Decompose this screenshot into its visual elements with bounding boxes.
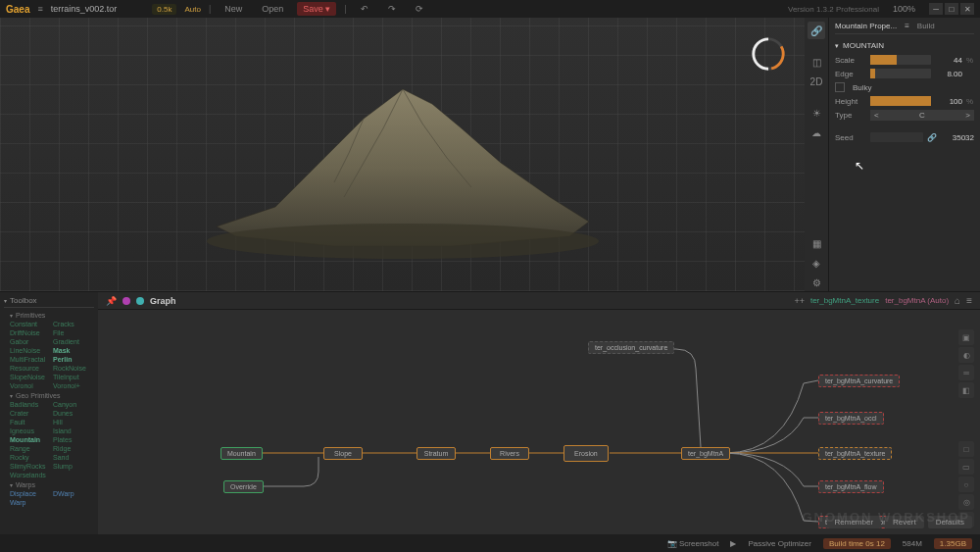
close-button[interactable]: ✕ xyxy=(960,3,974,15)
maximize-button[interactable]: □ xyxy=(945,3,958,15)
file-tab[interactable]: terrains_v002.tor xyxy=(51,4,118,14)
toolbox-item[interactable]: Ridge xyxy=(53,444,94,453)
menu-icon[interactable]: ≡ xyxy=(966,295,972,306)
graph-canvas[interactable]: Mountain Override Slope Stratum Rivers E… xyxy=(98,310,980,534)
zoom-label[interactable]: 100% xyxy=(887,2,921,16)
gs-btn-7[interactable]: ○ xyxy=(958,477,974,492)
toolbox-item[interactable]: Range xyxy=(10,444,51,453)
toolbox-item[interactable]: Igneous xyxy=(10,427,51,435)
save-button[interactable]: Save ▾ xyxy=(297,2,336,16)
toolbox-item[interactable]: Island xyxy=(53,427,94,435)
gs-btn-5[interactable]: □ xyxy=(958,441,974,457)
toolbox-item[interactable]: MultiFractal xyxy=(10,355,51,364)
toolbox-item[interactable]: Dunes xyxy=(53,409,94,418)
minimize-button[interactable]: ─ xyxy=(929,3,943,15)
node-stratum[interactable]: Stratum xyxy=(416,447,456,460)
hamburger-icon[interactable]: ≡ xyxy=(37,4,42,14)
refresh-icon[interactable]: ⟳ xyxy=(410,2,429,16)
toolbox-title[interactable]: Toolbox xyxy=(4,296,94,308)
toolbox-item[interactable]: Gradient xyxy=(53,337,94,346)
node-out2[interactable]: ter_bgMtnA_occl xyxy=(818,412,884,425)
graph-color-dot2[interactable] xyxy=(136,297,144,305)
toolbox-item[interactable]: Canyon xyxy=(53,400,94,409)
gs-btn-8[interactable]: ◎ xyxy=(958,494,974,510)
category-geo[interactable]: Geo Primitives xyxy=(4,390,94,400)
toolbox-item[interactable]: RockNoise xyxy=(53,364,94,373)
graph-color-dot[interactable] xyxy=(122,297,130,305)
toolbox-item[interactable]: Badlands xyxy=(10,400,51,409)
grid-icon[interactable]: ▦ xyxy=(808,234,825,252)
new-button[interactable]: New xyxy=(219,2,248,16)
toolbox-item[interactable]: DriftNoise xyxy=(10,328,51,337)
gs-btn-4[interactable]: ◧ xyxy=(958,382,974,398)
seed-link-icon[interactable]: 🔗 xyxy=(927,133,937,142)
cloud-icon[interactable]: ☁ xyxy=(808,124,825,141)
open-button[interactable]: Open xyxy=(256,2,289,16)
toolbox-item[interactable]: Sand xyxy=(53,453,94,462)
toolbox-item[interactable]: Hill xyxy=(53,418,94,427)
toolbox-item[interactable]: Mask xyxy=(53,346,94,355)
breadcrumb-2[interactable]: ter_bgMtnA (Auto) xyxy=(885,296,949,305)
toolbox-item[interactable]: TileInput xyxy=(53,373,94,381)
category-warps[interactable]: Warps xyxy=(4,479,94,489)
seed-slider[interactable] xyxy=(870,132,923,142)
tab-build[interactable]: Build xyxy=(917,22,935,30)
node-override[interactable]: Override xyxy=(223,480,264,493)
list-icon[interactable]: ≡ xyxy=(905,22,909,30)
gs-btn-2[interactable]: ◐ xyxy=(958,347,974,363)
props-section-header[interactable]: MOUNTAIN xyxy=(835,38,974,53)
toolbox-item[interactable]: LineNoise xyxy=(10,346,51,355)
toolbox-item[interactable]: File xyxy=(53,328,94,337)
node-mountain[interactable]: Mountain xyxy=(220,447,263,460)
undo-icon[interactable]: ↶ xyxy=(355,2,374,16)
scale-slider[interactable] xyxy=(870,55,931,65)
node-out3[interactable]: ter_bgMtnA_texture xyxy=(818,447,892,460)
ruler-icon[interactable]: ◈ xyxy=(808,254,825,272)
gs-btn-1[interactable]: ▣ xyxy=(958,329,974,345)
screenshot-button[interactable]: 📷 Screenshot xyxy=(663,538,723,549)
play-icon[interactable]: ▶ xyxy=(730,539,736,548)
sun-icon[interactable]: ☀ xyxy=(808,104,825,122)
toolbox-item[interactable]: DWarp xyxy=(53,489,94,498)
toolbox-item[interactable]: Cracks xyxy=(53,320,94,328)
toolbox-item[interactable]: Perlin xyxy=(53,355,94,364)
pin-icon[interactable]: 📌 xyxy=(106,296,117,306)
toolbox-item[interactable]: Plates xyxy=(53,435,94,444)
node-slope[interactable]: Slope xyxy=(323,447,363,460)
node-out4[interactable]: ter_bgMtnA_flow xyxy=(818,480,884,493)
toolbox-item[interactable]: Rocky xyxy=(10,453,51,462)
node-curv[interactable]: ter_occlusion_curvature xyxy=(588,341,674,354)
toolbox-item[interactable]: Voronoi+ xyxy=(53,381,94,390)
link-icon[interactable]: 🔗 xyxy=(808,22,825,39)
breadcrumb-1[interactable]: ter_bgMtnA_texture xyxy=(810,296,879,305)
toolbox-item[interactable]: Constant xyxy=(10,320,51,328)
resolution-badge[interactable]: 0.5k xyxy=(152,4,176,15)
node-rivers[interactable]: Rivers xyxy=(490,447,529,460)
toolbox-item[interactable]: Slump xyxy=(53,462,94,471)
node-erosion[interactable]: Erosion xyxy=(564,445,609,462)
redo-icon[interactable]: ↷ xyxy=(382,2,402,16)
view2d-icon[interactable]: 2D xyxy=(808,73,825,90)
toolbox-item[interactable]: Worselands xyxy=(10,471,51,479)
edge-slider[interactable] xyxy=(870,69,931,78)
toolbox-item[interactable]: Gabor xyxy=(10,337,51,346)
toolbox-item[interactable]: SlimyRocks xyxy=(10,462,51,471)
toolbox-item[interactable]: Crater xyxy=(10,409,51,418)
home-icon[interactable]: ⌂ xyxy=(955,295,960,306)
category-primitives[interactable]: Primitives xyxy=(4,310,94,320)
toolbox-item[interactable]: Voronoi xyxy=(10,381,51,390)
viewport-3d[interactable] xyxy=(0,18,805,291)
auto-toggle[interactable]: Auto xyxy=(184,5,200,14)
toolbox-item[interactable]: Mountain xyxy=(10,435,51,444)
toolbox-item[interactable]: Fault xyxy=(10,418,51,427)
toolbox-item[interactable]: Resource xyxy=(10,364,51,373)
toolbox-item[interactable]: Displace xyxy=(10,489,51,498)
node-out1[interactable]: ter_bgMtnA_curvature xyxy=(818,375,900,387)
gs-btn-6[interactable]: ▭ xyxy=(958,459,974,475)
toolbox-item[interactable]: SlopeNoise xyxy=(10,373,51,381)
toolbox-item[interactable] xyxy=(53,471,94,479)
bulky-checkbox[interactable] xyxy=(835,82,845,92)
gs-btn-3[interactable]: ═ xyxy=(958,365,974,380)
tab-properties[interactable]: Mountain Prope... xyxy=(835,22,897,30)
height-slider[interactable] xyxy=(870,96,931,106)
